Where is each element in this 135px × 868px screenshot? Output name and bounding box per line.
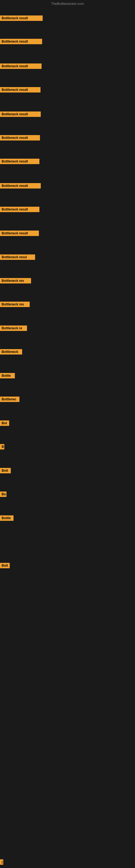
site-title: TheBottlenecker.com — [0, 2, 135, 6]
bottleneck-badge-15: Bottleneck — [0, 349, 22, 354]
bottleneck-badge-7: Bottleneck result — [0, 159, 39, 164]
bottleneck-badge-9: Bottleneck result — [0, 207, 39, 212]
bottleneck-badge-13: Bottleneck res — [0, 302, 30, 307]
bottleneck-badge-19: B — [0, 444, 4, 450]
bottleneck-badge-20: Bott — [0, 468, 11, 473]
bottleneck-badge-17: Bottlenec — [0, 397, 19, 402]
bottleneck-badge-8: Bottleneck result — [0, 183, 41, 188]
bottleneck-badge-5: Bottleneck result — [0, 112, 41, 117]
bottleneck-badge-1: Bottleneck result — [0, 16, 43, 21]
bottleneck-badge-21: Bo — [0, 492, 6, 497]
bottleneck-badge-14: Bottleneck re — [0, 326, 27, 331]
bottleneck-badge-22: Bottle — [0, 516, 13, 521]
bottleneck-badge-12: Bottleneck res — [0, 278, 31, 283]
bottleneck-badge-18: Bot — [0, 421, 9, 426]
bottleneck-badge-24: Bolt — [0, 563, 10, 568]
bottleneck-badge-2: Bottleneck result — [0, 39, 42, 44]
bottleneck-badge-16: Bottle — [0, 373, 15, 378]
bottleneck-badge-10: Bottleneck result — [0, 230, 39, 236]
bottleneck-badge-25: | — [0, 859, 3, 865]
bottleneck-badge-3: Bottleneck result — [0, 63, 42, 69]
bottleneck-badge-4: Bottleneck result — [0, 87, 41, 93]
bottleneck-badge-6: Bottleneck result — [0, 135, 40, 141]
bottleneck-badge-11: Bottleneck resul — [0, 254, 35, 260]
